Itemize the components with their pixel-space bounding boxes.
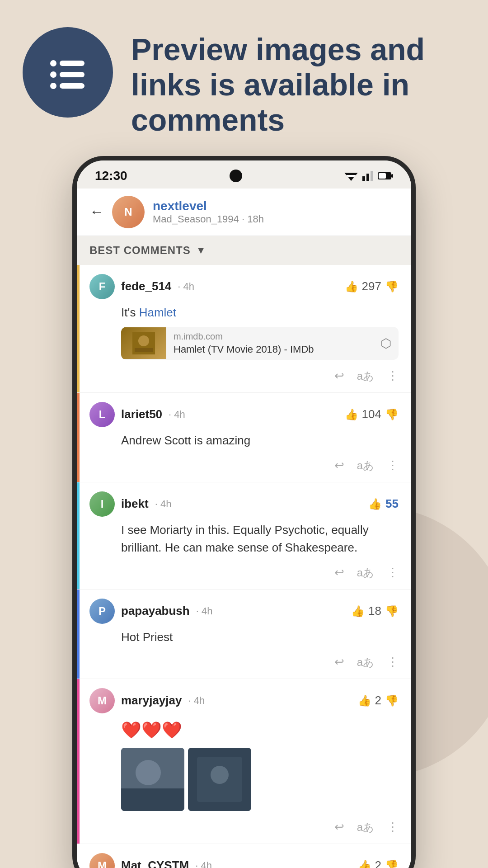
more-icon[interactable]: ⋮	[387, 458, 399, 472]
reply-icon[interactable]: ↩	[334, 820, 344, 834]
comment-time: · 4h	[195, 860, 212, 868]
comment-time: · 4h	[169, 409, 185, 420]
comment-emoji: ❤️❤️❤️	[121, 718, 399, 742]
thumbdown-icon[interactable]: 👎	[385, 280, 399, 293]
comment-votes: 👍 18 👎	[351, 604, 399, 618]
comment-time: · 4h	[188, 695, 205, 707]
comment-username[interactable]: Mat_CYSTM	[121, 859, 189, 868]
svg-rect-20	[121, 788, 184, 811]
more-icon[interactable]: ⋮	[387, 369, 399, 383]
thumbup-icon[interactable]: 👍	[345, 408, 358, 421]
comment-username[interactable]: papayabush	[121, 604, 190, 618]
filter-dropdown-icon[interactable]: ▼	[196, 245, 206, 256]
hero-section: Preview images and links is available in…	[0, 0, 488, 156]
status-time: 12:30	[95, 169, 127, 183]
comment-user-info: M Mat_CYSTM · 4h	[89, 853, 212, 868]
comment-actions: ↩ aあ ⋮	[89, 455, 399, 476]
svg-rect-11	[371, 171, 373, 181]
comment-item: L lariet50 · 4h 👍 104 👎 Andrew Scott is …	[77, 393, 411, 482]
avatar-initial: P	[89, 599, 115, 624]
comment-time: · 4h	[155, 498, 172, 510]
avatar: P	[89, 599, 115, 624]
link-preview-image	[121, 327, 166, 359]
svg-rect-17	[135, 348, 153, 352]
comment-votes: 👍 2 👎	[358, 693, 399, 708]
comments-area: F fede_514 · 4h 👍 297 👎 It's Hamlet	[77, 265, 411, 868]
avatar: N	[112, 196, 145, 228]
thumbup-icon[interactable]: 👍	[358, 694, 371, 707]
comment-actions: ↩ aあ ⋮	[89, 562, 399, 584]
more-icon[interactable]: ⋮	[387, 655, 399, 669]
comment-bar	[77, 482, 80, 589]
image-grid	[121, 748, 399, 811]
more-icon[interactable]: ⋮	[387, 820, 399, 834]
thumbup-icon[interactable]: 👍	[358, 859, 371, 868]
comment-username[interactable]: fede_514	[121, 279, 171, 293]
thumbdown-icon[interactable]: 👎	[385, 859, 399, 868]
comment-text: Andrew Scott is amazing	[121, 432, 399, 449]
reply-icon[interactable]: ↩	[334, 369, 344, 383]
vote-count: 55	[385, 497, 399, 511]
comment-header: M Mat_CYSTM · 4h 👍 2 👎	[89, 853, 399, 868]
vote-count: 2	[375, 859, 381, 868]
comment-actions: ↩ aあ ⋮	[89, 651, 399, 673]
image-thumbnail[interactable]	[188, 748, 251, 811]
thumbup-icon[interactable]: 👍	[368, 498, 382, 510]
comment-item: I ibekt · 4h 👍 55 I see Moriarty in this…	[77, 482, 411, 590]
link-preview[interactable]: m.imdb.com Hamlet (TV Movie 2018) - IMDb…	[121, 327, 399, 360]
post-meta: Mad_Season_1994 · 18h	[153, 213, 399, 225]
reply-icon[interactable]: ↩	[334, 458, 344, 472]
vote-count: 297	[362, 279, 381, 293]
list-icon	[45, 50, 90, 95]
thumbdown-icon[interactable]: 👎	[385, 408, 399, 421]
filter-bar[interactable]: BEST COMMENTS ▼	[77, 236, 411, 265]
avatar-initial: M	[89, 853, 115, 868]
thumbdown-icon[interactable]: 👎	[385, 605, 399, 618]
comment-actions: ↩ aあ ⋮	[89, 816, 399, 838]
phone-frame: 12:30	[72, 156, 416, 868]
avatar-initial: I	[89, 491, 115, 517]
post-username[interactable]: nextlevel	[153, 199, 399, 213]
comment-votes: 👍 104 👎	[345, 407, 399, 421]
translate-icon[interactable]: aあ	[357, 369, 374, 383]
more-icon[interactable]: ⋮	[387, 566, 399, 580]
translate-icon[interactable]: aあ	[357, 655, 374, 670]
image-thumbnail[interactable]	[121, 748, 184, 811]
back-button[interactable]: ←	[89, 203, 104, 220]
svg-point-0	[50, 60, 56, 66]
comment-user-info: P papayabush · 4h	[89, 599, 212, 624]
comment-username[interactable]: maryjayjay	[121, 693, 182, 708]
image-thumbnail-svg	[188, 748, 251, 811]
comment-bar	[77, 590, 80, 679]
thumbup-icon[interactable]: 👍	[351, 605, 365, 618]
comment-header: L lariet50 · 4h 👍 104 👎	[89, 402, 399, 427]
comment-bar	[77, 265, 80, 392]
image-thumbnail-svg	[121, 748, 184, 811]
comment-text: It's Hamlet	[121, 304, 399, 321]
link-title: Hamlet (TV Movie 2018) - IMDb	[174, 344, 366, 355]
translate-icon[interactable]: aあ	[357, 566, 374, 580]
vote-count: 104	[362, 407, 381, 421]
comment-header: M maryjayjay · 4h 👍 2 👎	[89, 688, 399, 713]
svg-rect-14	[379, 173, 386, 179]
avatar: M	[89, 688, 115, 713]
status-icons	[344, 171, 393, 181]
external-link-icon[interactable]: ⬡	[373, 336, 399, 351]
reply-icon[interactable]: ↩	[334, 655, 344, 669]
hamlet-link[interactable]: Hamlet	[139, 306, 176, 319]
comment-item: M maryjayjay · 4h 👍 2 👎 ❤️❤️❤️	[77, 679, 411, 844]
svg-point-16	[138, 335, 149, 346]
svg-point-2	[50, 71, 56, 78]
translate-icon[interactable]: aあ	[357, 820, 374, 835]
thumbup-icon[interactable]: 👍	[345, 280, 358, 293]
thumbdown-icon[interactable]: 👎	[385, 694, 399, 707]
avatar-initials: N	[112, 196, 145, 228]
avatar-initial: F	[89, 274, 115, 299]
avatar: M	[89, 853, 115, 868]
comment-username[interactable]: lariet50	[121, 407, 162, 421]
translate-icon[interactable]: aあ	[357, 458, 374, 473]
comment-user-info: L lariet50 · 4h	[89, 402, 185, 427]
comment-username[interactable]: ibekt	[121, 497, 149, 511]
comment-bar	[77, 679, 80, 844]
reply-icon[interactable]: ↩	[334, 566, 344, 580]
